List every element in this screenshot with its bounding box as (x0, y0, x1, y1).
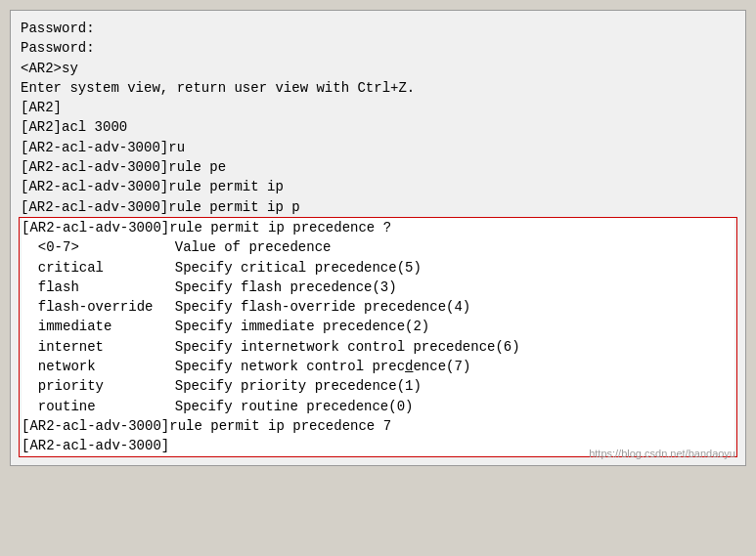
option-immediate-value: Specify immediate precedence(2) (175, 317, 429, 336)
option-network-key: network (38, 357, 175, 376)
option-routine-key: routine (38, 397, 175, 416)
help-footer1: [AR2-acl-adv-3000]rule permit ip precede… (22, 416, 734, 436)
option-flash-override-key: flash-override (38, 297, 175, 317)
help-row-critical: criticalSpecify critical precedence(5) (22, 258, 734, 278)
option-0to7-value: Value of precedence (175, 237, 332, 257)
help-header: [AR2-acl-adv-3000]rule permit ip precede… (22, 218, 734, 237)
option-internet-key: internet (38, 337, 175, 357)
help-row-flash-override: flash-overrideSpecify flash-override pre… (22, 297, 734, 317)
option-internet-value: Specify internetwork control precedence(… (175, 337, 520, 357)
line-rule-pe: [AR2-acl-adv-3000]rule pe (21, 157, 735, 177)
line-password1: Password: (21, 19, 735, 38)
option-critical-key: critical (38, 258, 175, 278)
help-row-network: networkSpecify network control precdence… (22, 357, 734, 376)
option-critical-value: Specify critical precedence(5) (175, 258, 422, 278)
line-enter-system: Enter system view, return user view with… (21, 78, 735, 98)
help-row-priority: prioritySpecify priority precedence(1) (22, 376, 734, 396)
line-ar2sy: <AR2>sy (21, 59, 735, 78)
help-row-immediate: immediateSpecify immediate precedence(2) (22, 317, 734, 336)
option-flash-key: flash (38, 278, 175, 297)
line-acl3000: [AR2]acl 3000 (21, 117, 735, 137)
line-ru: [AR2-acl-adv-3000]ru (21, 138, 735, 157)
help-row-flash: flashSpecify flash precedence(3) (22, 278, 734, 297)
option-priority-value: Specify priority precedence(1) (175, 376, 422, 396)
option-immediate-key: immediate (38, 317, 175, 336)
line-ar2: [AR2] (21, 98, 735, 117)
help-row-internet: internetSpecify internetwork control pre… (22, 337, 734, 357)
option-routine-value: Specify routine precedence(0) (175, 397, 414, 416)
option-network-value: Specify network control precdence(7) (175, 357, 470, 376)
help-block: [AR2-acl-adv-3000]rule permit ip precede… (19, 217, 737, 457)
line-rule-permit-ip: [AR2-acl-adv-3000]rule permit ip (21, 177, 735, 196)
line-password2: Password: (21, 38, 735, 58)
option-flash-value: Specify flash precedence(3) (175, 278, 397, 297)
help-row-routine: routineSpecify routine precedence(0) (22, 397, 734, 416)
option-flash-override-value: Specify flash-override precedence(4) (175, 297, 470, 317)
help-row-0to7: <0-7>Value of precedence (22, 237, 734, 257)
line-rule-permit-ip-p: [AR2-acl-adv-3000]rule permit ip p (21, 197, 735, 217)
option-priority-key: priority (38, 376, 175, 396)
terminal-window: Password: Password: <AR2>sy Enter system… (10, 10, 746, 466)
watermark: https://blog.csdn.net/bandaoyu (589, 448, 735, 459)
option-0to7-key: <0-7> (38, 237, 175, 257)
